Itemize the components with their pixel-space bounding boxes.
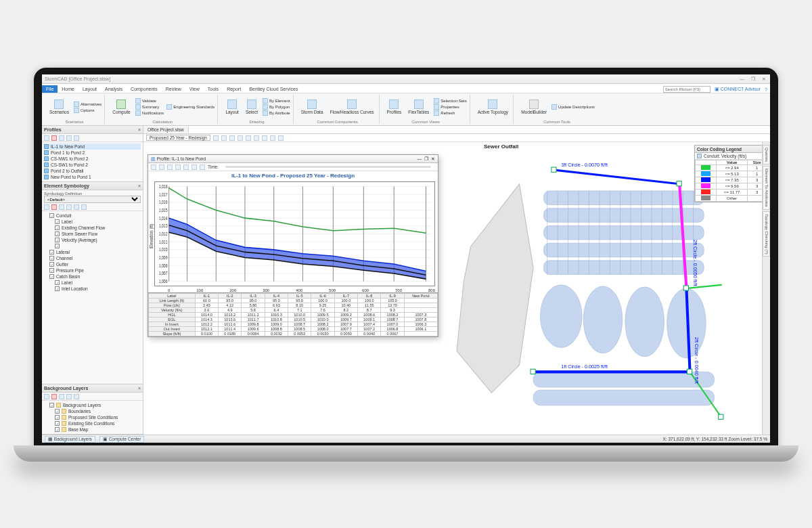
pw-icon-2[interactable] <box>159 164 164 170</box>
checkbox-icon[interactable]: ✓ <box>49 268 54 273</box>
profiles-edit-icon[interactable] <box>59 135 64 141</box>
tab-view[interactable]: View <box>185 85 204 93</box>
profiles-new-icon[interactable] <box>44 135 49 141</box>
checkbox-icon[interactable]: ✓ <box>49 262 54 267</box>
checkbox-icon[interactable]: ✓ <box>55 219 60 224</box>
sym-b-icon[interactable] <box>66 204 72 210</box>
checkbox-icon[interactable]: ✓ <box>55 280 60 285</box>
profiles-view-icon[interactable] <box>66 135 72 141</box>
status-bglayers-button[interactable]: ▦ Background Layers <box>45 436 95 443</box>
by-attribute-button[interactable]: By Attribute <box>263 110 290 116</box>
window-max-button[interactable]: ❐ <box>750 76 757 82</box>
sym-d-icon[interactable] <box>81 204 87 210</box>
layer-item[interactable]: ✓Boundaries <box>44 408 141 414</box>
checkbox-icon[interactable]: ✓ <box>49 403 54 408</box>
eng-standards-button[interactable]: Engineering Standards <box>166 104 215 110</box>
checkbox-icon[interactable]: ✓ <box>55 238 60 242</box>
update-desc-button[interactable]: Update Descriptions <box>551 104 595 110</box>
pw-close-button[interactable]: ✕ <box>431 156 435 162</box>
pw-icon-3[interactable] <box>167 164 173 170</box>
scn-fit-icon[interactable] <box>229 135 235 141</box>
layer-del-icon[interactable] <box>51 394 57 399</box>
scn-pan-icon[interactable] <box>238 135 243 141</box>
layers-panel-close[interactable]: × <box>138 386 141 391</box>
tab-report[interactable]: Report <box>223 85 245 93</box>
tree-item[interactable]: ✓Channel <box>44 255 141 261</box>
summary-button[interactable]: Summary <box>135 104 164 110</box>
profile-window-titlebar[interactable]: ▥ Profile: IL-1 to New Pond — ❐ ✕ <box>148 155 438 163</box>
select-button[interactable]: Select <box>244 99 260 115</box>
tab-analysis[interactable]: Analysis <box>101 85 127 93</box>
layer-down-icon[interactable] <box>66 394 72 399</box>
modelbuilder-button[interactable]: ModelBuilder <box>519 99 549 115</box>
tree-item[interactable]: ✓Label <box>44 280 141 286</box>
alternatives-button[interactable]: Alternatives <box>74 102 102 107</box>
profile-item[interactable]: Pond 2 to Outfall <box>44 168 141 174</box>
connect-advisor-button[interactable]: ▣ CONNECT Advisor <box>715 87 761 92</box>
tree-item[interactable]: ✓Gutter <box>44 261 141 267</box>
window-min-button[interactable]: — <box>739 76 746 82</box>
tab-review[interactable]: Review <box>162 85 185 93</box>
sym-del-icon[interactable] <box>51 204 57 210</box>
side-tab-topology[interactable]: Topology Checking (?) <box>763 211 770 257</box>
pw-max-button[interactable]: ❐ <box>424 156 428 162</box>
checkbox-icon[interactable]: ✓ <box>55 421 60 426</box>
checkbox-icon[interactable]: ✓ <box>49 213 54 218</box>
profile-item[interactable]: IL-1 to New Pond <box>44 144 141 150</box>
notifications-button[interactable]: Notifications <box>135 110 164 116</box>
pw-icon-1[interactable] <box>151 164 156 170</box>
scenario-selector[interactable]: Proposed 25 Year - Redesign <box>146 135 210 141</box>
tree-item[interactable]: ✓Lateral <box>44 249 141 255</box>
tab-file[interactable]: File <box>42 85 58 93</box>
scn-d-icon[interactable] <box>278 135 284 141</box>
tree-item[interactable]: ✓Label <box>44 219 141 225</box>
side-tab-queries[interactable]: Queries <box>763 145 770 164</box>
tab-home[interactable]: Home <box>58 85 78 93</box>
pw-icon-5[interactable] <box>183 164 189 170</box>
profiles-search-icon[interactable] <box>74 135 79 141</box>
tree-item[interactable]: ✓Storm Sewer Flow <box>44 231 141 237</box>
symbology-panel-close[interactable]: × <box>138 183 141 188</box>
validate-button[interactable]: Validate <box>135 98 164 104</box>
scn-a-icon[interactable] <box>254 135 259 141</box>
options-button[interactable]: Options <box>74 108 102 113</box>
tree-item[interactable]: ✓Existing Channel Flow <box>44 225 141 231</box>
status-compute-button[interactable]: ▣ Compute Center <box>99 436 145 443</box>
checkbox-icon[interactable]: ✓ <box>55 244 60 248</box>
by-polygon-button[interactable]: By Polygon <box>263 104 290 110</box>
profile-item[interactable]: CS-NW1 to Pond 2 <box>44 156 141 162</box>
compute-button[interactable]: Compute <box>110 99 132 115</box>
tree-item[interactable]: ✓Conduit <box>44 213 141 219</box>
tab-components[interactable]: Components <box>127 85 162 93</box>
selection-sets-button[interactable]: Selection Sets <box>434 98 466 104</box>
doc-tab[interactable]: Office Project.stsw <box>143 127 189 133</box>
symbology-dropdown[interactable]: <Default> <box>44 196 141 203</box>
profile-chart[interactable]: 1,0061,0071,0081,0091,0101,0111,0121,013… <box>154 181 435 286</box>
profile-window[interactable]: ▥ Profile: IL-1 to New Pond — ❐ ✕ <box>148 154 438 337</box>
scn-select-icon[interactable] <box>246 135 251 141</box>
tab-layout[interactable]: Layout <box>78 85 101 93</box>
window-close-button[interactable]: ✕ <box>761 76 767 82</box>
checkbox-icon[interactable]: ✓ <box>55 415 60 420</box>
scn-c-icon[interactable] <box>270 135 275 141</box>
tree-item[interactable]: ✓Is Flooded <box>44 292 141 292</box>
profile-item[interactable]: CS-SW1 to Pond 2 <box>44 162 141 168</box>
flextables-button[interactable]: FlexTables <box>406 99 431 115</box>
profile-item[interactable]: New Pond to Pond 1 <box>44 174 141 180</box>
scn-b-icon[interactable] <box>262 135 267 141</box>
profiles-delete-icon[interactable] <box>51 135 57 141</box>
checkbox-icon[interactable]: ✓ <box>55 427 60 432</box>
sym-a-icon[interactable] <box>59 204 64 210</box>
checkbox-icon[interactable]: ✓ <box>49 256 54 261</box>
checkbox-icon[interactable]: ✓ <box>55 225 60 230</box>
refresh-button[interactable]: Refresh <box>434 110 466 116</box>
layer-item[interactable]: ✓Proposed Site Conditions <box>44 414 141 420</box>
pw-icon-6[interactable] <box>191 164 197 170</box>
checkbox-icon[interactable]: ✓ <box>55 286 60 291</box>
tab-tools[interactable]: Tools <box>204 85 223 93</box>
sym-c-icon[interactable] <box>74 204 79 210</box>
tree-item[interactable]: ✓Pressure Pipe <box>44 267 141 273</box>
checkbox-icon[interactable]: ✓ <box>49 274 54 279</box>
sym-new-icon[interactable] <box>44 204 49 210</box>
pw-icon-4[interactable] <box>175 164 181 170</box>
